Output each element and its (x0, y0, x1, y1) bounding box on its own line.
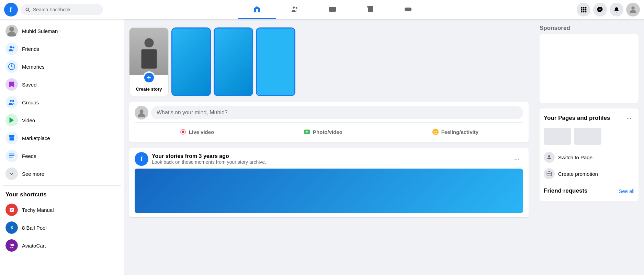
memory-post-header: f Your stories from 3 years ago Look bac… (135, 152, 523, 166)
create-promotion-icon (544, 168, 555, 179)
svg-rect-14 (583, 9, 584, 10)
memory-post-info: f Your stories from 3 years ago Look bac… (135, 152, 266, 166)
svg-point-36 (144, 38, 154, 47)
tab-gaming[interactable] (389, 0, 427, 19)
switch-icon-svg (546, 154, 552, 160)
profile-name: Muhid Suleman (22, 28, 58, 34)
sidebar-item-profile[interactable]: Muhid Suleman (3, 22, 121, 40)
story-card-2[interactable] (214, 27, 253, 96)
svg-point-44 (432, 129, 439, 135)
shortcuts-title: Your shortcuts (3, 188, 121, 201)
pages-header: Your Pages and profiles ··· (544, 113, 634, 124)
composer-input[interactable]: What's on your mind, Muhid? (151, 106, 523, 119)
grid-icon (580, 6, 587, 13)
feeling-btn[interactable]: Feeling/activity (426, 125, 484, 138)
user-avatar-nav[interactable] (626, 3, 640, 16)
feeling-label: Feeling/activity (441, 129, 478, 135)
tab-watch[interactable] (314, 0, 351, 19)
memory-subtitle: Look back on these moments from your sto… (152, 159, 266, 165)
svg-point-25 (10, 100, 12, 102)
live-video-icon (179, 128, 187, 136)
sidebar-feeds-label: Feeds (22, 153, 36, 159)
page-thumb-1 (544, 128, 571, 145)
sidebar-item-feeds[interactable]: Feeds (3, 147, 121, 165)
memory-post-image (135, 169, 523, 213)
watch-icon (328, 5, 337, 13)
memory-image-bg (135, 169, 523, 213)
right-sidebar: Sponsored Your Pages and profiles ··· Sw… (534, 19, 644, 275)
svg-point-45 (434, 131, 435, 132)
sidebar-item-groups[interactable]: Groups (3, 93, 121, 111)
fb-f-letter: f (140, 156, 143, 163)
techy-manual-icon (5, 204, 18, 216)
svg-rect-17 (583, 11, 584, 12)
page-thumb-2 (574, 128, 601, 145)
svg-marker-27 (10, 117, 14, 123)
aviatocart-icon (5, 239, 18, 252)
search-icon (25, 7, 30, 12)
saved-sidebar-icon (5, 78, 18, 91)
plus-icon: + (147, 74, 151, 81)
page-layout: Muhid Suleman Friends Memories Saved (0, 0, 644, 256)
memory-post-text: Your stories from 3 years ago Look back … (152, 153, 266, 165)
8ball-icon: 8 (5, 221, 18, 234)
pages-more-btn[interactable]: ··· (623, 113, 634, 124)
composer-actions: Live video Photo/video Feeling/activity (135, 122, 523, 138)
gaming-icon (404, 5, 412, 13)
svg-point-8 (409, 9, 409, 9)
sidebar-item-marketplace[interactable]: Marketplace (3, 129, 121, 147)
facebook-logo[interactable]: f (4, 3, 18, 16)
sidebar-item-saved[interactable]: Saved (3, 76, 121, 93)
svg-point-22 (10, 46, 12, 48)
story-card-1[interactable] (171, 27, 211, 96)
facebook-memory-icon: f (135, 152, 148, 166)
svg-point-39 (140, 110, 144, 113)
create-story-card[interactable]: + Create story (129, 27, 169, 96)
chevron-down-icon (9, 171, 15, 177)
see-all-link[interactable]: See all (619, 188, 634, 194)
pages-profiles-section: Your Pages and profiles ··· Switch to Pa… (540, 108, 639, 201)
post-composer: What's on your mind, Muhid? Live video P… (129, 102, 529, 142)
svg-rect-37 (141, 49, 157, 69)
memory-post: f Your stories from 3 years ago Look bac… (129, 148, 529, 217)
sidebar-item-see-more[interactable]: See more (3, 165, 121, 183)
sidebar-item-aviatocart[interactable]: AviatoCart (3, 237, 121, 254)
create-promotion-btn[interactable]: Create promotion (544, 165, 634, 182)
techy-manual-label: Techy Manual (22, 207, 54, 213)
messenger-icon (597, 6, 603, 13)
search-bar[interactable]: Search Facebook (21, 4, 103, 15)
sidebar-item-8ball[interactable]: 8 8 Ball Pool (3, 219, 121, 237)
notifications-button[interactable] (610, 3, 623, 16)
story-card-3[interactable] (256, 27, 295, 96)
aviatocart-icon-svg (9, 242, 15, 249)
sidebar-item-memories[interactable]: Memories (3, 58, 121, 76)
user-avatar-icon (628, 5, 638, 14)
sidebar-saved-label: Saved (22, 82, 37, 88)
switch-to-page-label: Switch to Page (558, 154, 592, 160)
create-story-label: Create story (131, 87, 167, 92)
nav-center (121, 0, 544, 19)
sponsored-title: Sponsored (540, 25, 639, 32)
sidebar-item-friends[interactable]: Friends (3, 40, 121, 58)
tab-home[interactable] (238, 0, 276, 19)
tab-friends[interactable] (276, 0, 314, 19)
photo-video-btn[interactable]: Photo/video (298, 125, 348, 138)
marketplace-icon (366, 5, 374, 13)
messenger-button[interactable] (593, 3, 607, 16)
aviatocart-label: AviatoCart (22, 243, 46, 249)
profile-avatar-icon (5, 25, 18, 37)
sidebar-item-techy-manual[interactable]: Techy Manual (3, 201, 121, 219)
tab-marketplace[interactable] (351, 0, 389, 19)
memory-more-btn[interactable]: ··· (511, 153, 523, 165)
svg-rect-11 (583, 7, 584, 9)
sidebar-item-video[interactable]: Video (3, 111, 121, 129)
create-story-plus-btn[interactable]: + (143, 71, 155, 84)
marketplace-sidebar-icon (5, 132, 18, 144)
pages-thumbnails (544, 128, 634, 145)
sidebar-divider-1 (3, 185, 121, 186)
switch-to-page-btn[interactable]: Switch to Page (544, 149, 634, 165)
svg-point-26 (12, 100, 14, 102)
feeds-icon-svg (8, 152, 15, 160)
apps-button[interactable] (577, 3, 590, 16)
live-video-btn[interactable]: Live video (174, 125, 219, 138)
